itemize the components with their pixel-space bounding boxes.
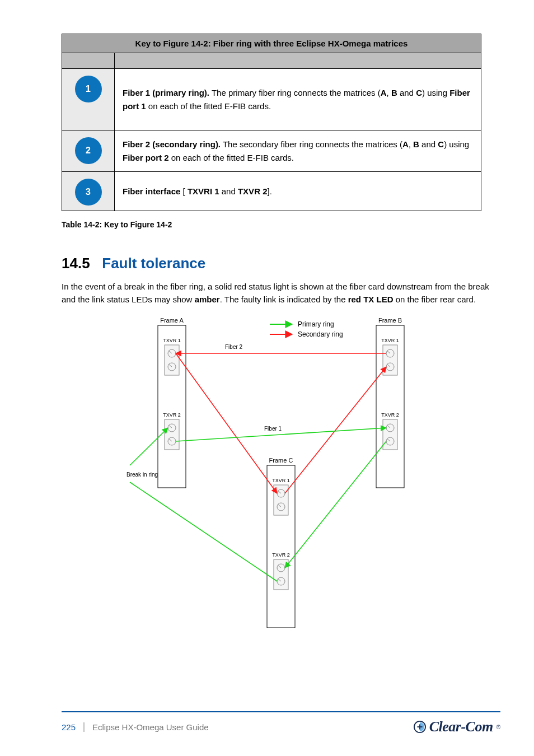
break-label: Break in ring [127, 472, 158, 478]
section-heading: 14.5 Fault tolerance [62, 255, 500, 272]
table-desc-cell-3: Fiber interface [ TXVRI 1 and TXVR 2]. [115, 172, 481, 211]
svg-line-44 [176, 353, 277, 493]
legend-secondary: Secondary ring [298, 330, 343, 338]
table-key-cell-2: 2 [62, 130, 115, 172]
svg-text:TXVR 1: TXVR 1 [381, 338, 399, 343]
table-desc-cell-1: Fiber 1 (primary ring). The primary fibe… [115, 69, 481, 130]
key-number-1: 1 [75, 76, 102, 102]
svg-text:Frame C: Frame C [269, 457, 293, 464]
svg-text:Frame A: Frame A [160, 317, 184, 324]
key-table: Key to Figure 14-2: Fiber ring with thre… [62, 34, 481, 211]
fiber-ring-diagram: Primary ring Secondary ring Frame A TXVR… [124, 314, 438, 628]
table-key-cell-1: 1 [62, 69, 115, 130]
clearcom-icon [414, 721, 426, 733]
svg-text:TXVR 1: TXVR 1 [163, 338, 181, 343]
page-footer: 225 Eclipse HX-Omega User Guide Clear-Co… [0, 711, 534, 737]
table-caption: Table 14-2: Key to Figure 14-2 [62, 220, 500, 229]
section-paragraph: In the event of a break in the fiber rin… [62, 280, 500, 306]
svg-text:TXVR 2: TXVR 2 [381, 412, 399, 418]
table-col-key-header [62, 53, 115, 69]
registered-mark: ® [496, 724, 500, 730]
fiber1-label: Fiber 1 [264, 426, 282, 432]
svg-line-45 [285, 367, 386, 493]
legend-primary: Primary ring [298, 320, 334, 328]
footer-doc-title: Eclipse HX-Omega User Guide [92, 722, 209, 732]
section-title: Fault tolerance [102, 255, 205, 272]
svg-text:TXVR 2: TXVR 2 [163, 412, 181, 418]
fiber2-label: Fiber 2 [225, 344, 243, 350]
page-number: 225 [62, 722, 85, 732]
section-number: 14.5 [62, 255, 90, 272]
svg-line-48 [285, 441, 386, 568]
footer-rule [62, 711, 500, 712]
frame-c: Frame C TXVR 1 TXVR 2 [267, 457, 295, 628]
table-key-cell-3: 3 [62, 172, 115, 211]
table-desc-cell-2: Fiber 2 (secondary ring). The secondary … [115, 130, 481, 172]
brand-text: Clear-Com [429, 718, 493, 735]
frame-a: Frame A TXVR 1 TXVR 2 [158, 317, 186, 488]
svg-text:TXVR 1: TXVR 1 [272, 478, 290, 483]
key-number-2: 2 [75, 137, 102, 164]
table-title: Key to Figure 14-2: Fiber ring with thre… [62, 34, 481, 53]
svg-text:TXVR 2: TXVR 2 [272, 552, 290, 558]
brand-logo: Clear-Com® [414, 718, 500, 735]
svg-rect-51 [417, 726, 422, 727]
table-col-desc-header [115, 53, 481, 69]
frame-b: Frame B TXVR 1 TXVR 2 [376, 317, 404, 488]
key-number-3: 3 [75, 179, 102, 206]
svg-text:Frame B: Frame B [378, 317, 402, 324]
